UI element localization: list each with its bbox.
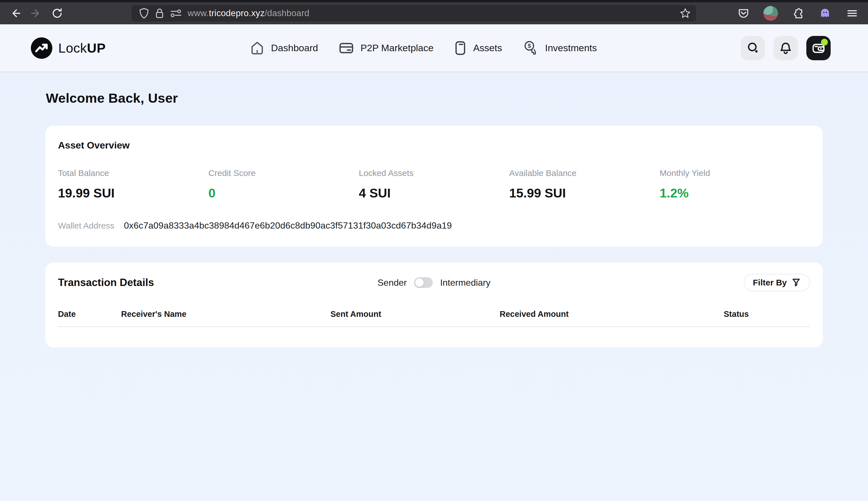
col-sent-amount: Sent Amount xyxy=(331,309,500,319)
header-actions xyxy=(741,36,831,60)
hamburger-menu-icon xyxy=(847,8,858,19)
filter-by-button[interactable]: Filter By xyxy=(744,274,810,291)
nav-item-dashboard[interactable]: Dashboard xyxy=(249,41,318,56)
ghost-icon xyxy=(819,7,831,20)
nav-label: P2P Marketplace xyxy=(361,42,433,53)
nav-label: Investments xyxy=(545,42,597,53)
home-icon xyxy=(249,41,265,56)
switch-knob xyxy=(415,278,424,287)
site-header: LockUP Dashboard P2P Marketplace Assets xyxy=(0,24,868,72)
transaction-table-header: Date Receiver's Name Sent Amount Receive… xyxy=(58,309,810,319)
stat-monthly-yield: Monthly Yield 1.2% xyxy=(660,168,810,201)
main-nav: Dashboard P2P Marketplace Assets $ Inve xyxy=(249,40,597,56)
tracking-shield-icon[interactable] xyxy=(139,8,149,19)
toolbar-right-group xyxy=(735,4,861,22)
wallet-button[interactable] xyxy=(806,36,831,60)
back-arrow-icon xyxy=(9,7,21,20)
sender-intermediary-toggle-group: Sender Intermediary xyxy=(377,277,490,288)
pocket-button[interactable] xyxy=(735,4,752,22)
browser-tab-strip xyxy=(0,0,868,2)
extensions-puzzle-icon xyxy=(792,7,804,20)
svg-text:$: $ xyxy=(528,43,531,49)
url-path: /dashboard xyxy=(265,8,309,18)
asset-overview-title: Asset Overview xyxy=(58,140,810,151)
forward-button[interactable] xyxy=(28,6,44,21)
forward-arrow-icon xyxy=(30,7,42,20)
url-bar[interactable]: www.tricodepro.xyz/dashboard xyxy=(131,5,696,21)
pocket-icon xyxy=(738,7,749,19)
notifications-button[interactable] xyxy=(773,36,798,60)
col-date: Date xyxy=(58,309,121,319)
url-text[interactable]: www.tricodepro.xyz/dashboard xyxy=(187,8,310,18)
nav-label: Assets xyxy=(473,42,502,53)
nav-item-investments[interactable]: $ Investments xyxy=(522,40,597,56)
permissions-icon[interactable] xyxy=(170,9,182,18)
account-button[interactable] xyxy=(762,4,780,22)
dashboard-main: Welcome Back, User Asset Overview Total … xyxy=(0,72,868,501)
browser-toolbar: www.tricodepro.xyz/dashboard xyxy=(0,2,868,24)
wallet-address-label: Wallet Address xyxy=(58,221,114,231)
transaction-details-card: Transaction Details Sender Intermediary … xyxy=(45,263,823,348)
nav-label: Dashboard xyxy=(271,42,318,53)
account-avatar xyxy=(763,6,778,21)
dollar-hand-icon: $ xyxy=(522,40,539,56)
stat-credit-score: Credit Score 0 xyxy=(208,168,359,201)
transaction-details-title: Transaction Details xyxy=(58,277,154,289)
menu-button[interactable] xyxy=(843,4,861,22)
wallet-address-row: Wallet Address 0x6c7a09a8333a4bc38984d46… xyxy=(58,220,810,231)
sender-intermediary-switch[interactable] xyxy=(414,277,433,288)
reload-icon xyxy=(51,7,63,20)
toggle-label-sender: Sender xyxy=(377,278,407,288)
bell-icon xyxy=(779,41,792,55)
card-icon xyxy=(339,41,354,56)
brand-logo[interactable]: LockUP xyxy=(31,37,106,59)
col-receivers-name: Receiver's Name xyxy=(121,309,331,319)
reload-button[interactable] xyxy=(49,6,65,21)
wallet-address-value: 0x6c7a09a8333a4bc38984d467e6b20d6c8db90a… xyxy=(124,220,452,231)
extensions-button[interactable] xyxy=(789,4,807,22)
ghostery-button[interactable] xyxy=(816,4,834,22)
asset-overview-card: Asset Overview Total Balance 19.99 SUI C… xyxy=(45,126,823,247)
filter-by-label: Filter By xyxy=(753,278,787,287)
trend-up-logo-icon xyxy=(31,37,53,59)
back-button[interactable] xyxy=(7,6,23,21)
url-domain: tricodepro.xyz xyxy=(209,8,265,18)
bookmark-star-icon[interactable] xyxy=(679,8,691,19)
nav-item-p2p-marketplace[interactable]: P2P Marketplace xyxy=(339,41,433,56)
wallet-status-dot xyxy=(821,39,828,45)
stat-available-balance: Available Balance 15.99 SUI xyxy=(509,168,660,201)
stat-locked-assets: Locked Assets 4 SUI xyxy=(359,168,509,201)
search-icon xyxy=(746,41,760,55)
lock-icon[interactable] xyxy=(155,8,164,19)
col-received-amount: Received Amount xyxy=(500,309,724,319)
transaction-card-header: Transaction Details Sender Intermediary … xyxy=(58,274,810,291)
brand-name: LockUP xyxy=(58,40,106,56)
page-title: Welcome Back, User xyxy=(0,72,868,106)
url-prefix: www. xyxy=(187,8,209,18)
toggle-label-intermediary: Intermediary xyxy=(440,278,491,288)
search-button[interactable] xyxy=(741,36,765,60)
stats-row: Total Balance 19.99 SUI Credit Score 0 L… xyxy=(58,168,810,201)
nav-item-assets[interactable]: Assets xyxy=(454,40,502,56)
stat-total-balance: Total Balance 19.99 SUI xyxy=(58,168,208,201)
wallet-card-icon xyxy=(454,40,467,56)
col-status: Status xyxy=(724,309,810,319)
table-divider xyxy=(58,326,810,327)
funnel-icon xyxy=(791,278,801,287)
